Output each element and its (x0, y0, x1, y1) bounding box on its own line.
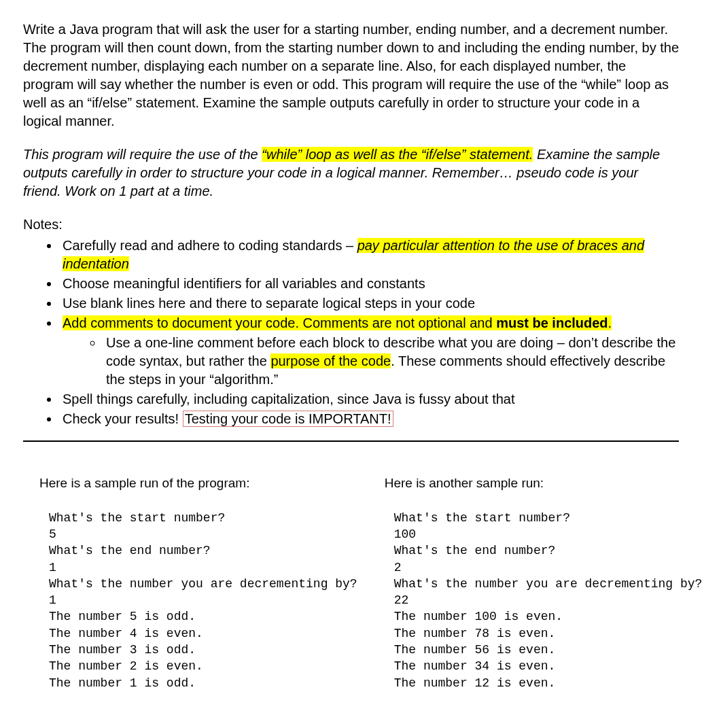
red-box-testing: Testing your code is IMPORTANT! (183, 411, 393, 427)
sub-item-purpose: Use a one-line comment before each block… (103, 334, 679, 389)
note-text: Carefully read and adhere to coding stan… (63, 238, 357, 253)
note-item-identifiers: Choose meaningful identifiers for all va… (60, 275, 679, 293)
sub-list: Use a one-line comment before each block… (63, 334, 679, 389)
sample2-output: What's the start number? 100 What's the … (385, 510, 702, 691)
section-divider (23, 440, 679, 442)
note-text-end: . (608, 315, 612, 330)
sample1-title: Here is a sample run of the program: (39, 474, 357, 492)
note-item-standards: Carefully read and adhere to coding stan… (60, 237, 679, 273)
notes-heading: Notes: (23, 215, 679, 234)
note-text: Add comments to document your code. Comm… (63, 315, 496, 330)
intro-paragraph: Write a Java program that will ask the u… (23, 20, 679, 131)
italic-highlight: “while” loop as well as the “if/else” st… (262, 147, 533, 162)
sample-column-2: Here is another sample run: What's the s… (385, 474, 702, 691)
italic-pre: This program will require the use of the (23, 147, 262, 162)
sample-column-1: Here is a sample run of the program: Wha… (39, 474, 357, 691)
sub-highlight-purpose: purpose of the code (270, 353, 391, 368)
notes-list: Carefully read and adhere to coding stan… (23, 237, 679, 428)
note-bold-must: must be included (496, 315, 608, 330)
note-item-comments: Add comments to document your code. Comm… (60, 314, 679, 389)
italic-requirements: This program will require the use of the… (23, 145, 679, 201)
note-item-testing: Check your results! Testing your code is… (60, 410, 679, 428)
samples-row: Here is a sample run of the program: Wha… (23, 474, 679, 691)
note-highlight-comments: Add comments to document your code. Comm… (63, 315, 612, 330)
sample1-output: What's the start number? 5 What's the en… (39, 510, 357, 691)
note-text: Check your results! (63, 411, 183, 426)
sample2-title: Here is another sample run: (385, 474, 702, 492)
note-item-spelling: Spell things carefully, including capita… (60, 390, 679, 409)
note-item-blank-lines: Use blank lines here and there to separa… (60, 294, 679, 313)
